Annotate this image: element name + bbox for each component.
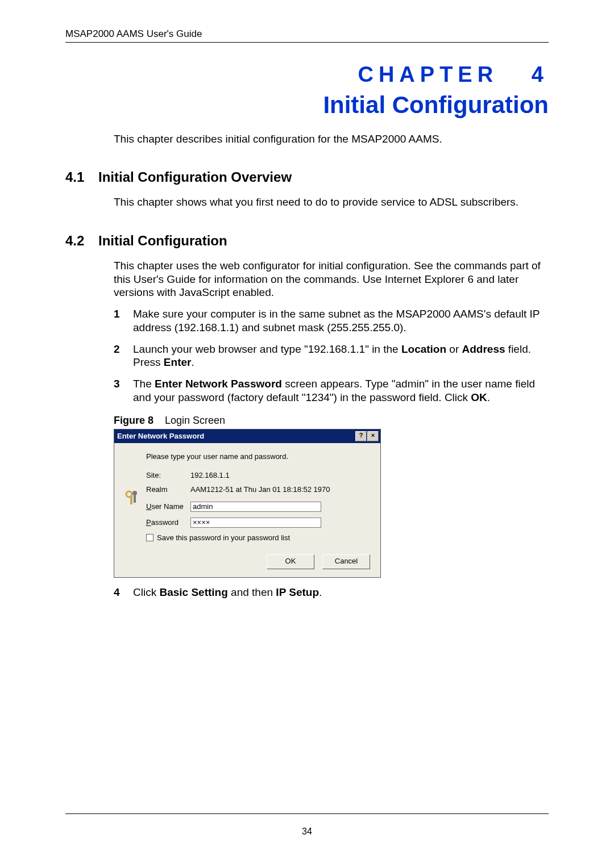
section-4-1-title: Initial Configuration Overview <box>98 169 292 185</box>
dialog-title: Enter Network Password <box>117 432 204 440</box>
section-4-2-title: Initial Configuration <box>98 233 227 248</box>
help-icon[interactable]: ? <box>355 431 367 441</box>
step-2-text: Launch your web browser and type "192.16… <box>127 343 543 370</box>
login-dialog: Enter Network Password ? × Please type y… <box>114 429 381 578</box>
cancel-button[interactable]: Cancel <box>322 554 370 569</box>
svg-point-2 <box>132 491 137 495</box>
step-list-continued: 4 Click Basic Setting and then IP Setup. <box>114 586 543 599</box>
section-4-2-number: 4.2 <box>65 233 98 249</box>
realm-value: AAM1212-51 at Thu Jan 01 18:18:52 1970 <box>190 485 330 494</box>
dialog-prompt: Please type your user name and password. <box>146 452 372 461</box>
running-header: MSAP2000 AAMS User's Guide <box>65 28 549 43</box>
section-4-1-number: 4.1 <box>65 169 98 185</box>
figure-title: Login Screen <box>165 415 225 426</box>
chapter-label: CHAPTER 4 <box>65 62 549 87</box>
step-3-number: 3 <box>114 377 127 404</box>
section-4-1-heading: 4.1Initial Configuration Overview <box>65 169 549 185</box>
chapter-number: 4 <box>532 62 549 86</box>
close-icon[interactable]: × <box>367 431 379 441</box>
step-4-text: Click Basic Setting and then IP Setup. <box>127 586 543 599</box>
step-1-number: 1 <box>114 307 127 335</box>
section-4-1-body: This chapter shows what you first need t… <box>114 195 543 209</box>
footer-rule <box>65 813 549 814</box>
chapter-intro: This chapter describes initial configura… <box>114 133 543 145</box>
step-1: 1 Make sure your computer is in the same… <box>114 307 543 335</box>
realm-label: Realm <box>146 485 190 494</box>
password-input[interactable] <box>190 518 321 528</box>
password-label: Password <box>146 518 190 527</box>
step-2-number: 2 <box>114 343 127 370</box>
step-1-text: Make sure your computer is in the same s… <box>127 307 543 335</box>
svg-rect-1 <box>130 495 132 504</box>
save-password-checkbox[interactable] <box>146 534 154 541</box>
step-2: 2 Launch your web browser and type "192.… <box>114 343 543 370</box>
page-number: 34 <box>0 827 614 837</box>
section-4-2-heading: 4.2Initial Configuration <box>65 233 549 249</box>
step-3: 3 The Enter Network Password screen appe… <box>114 377 543 404</box>
save-password-label: Save this password in your password list <box>157 533 290 542</box>
step-3-text: The Enter Network Password screen appear… <box>127 377 543 404</box>
chapter-title: Initial Configuration <box>65 91 549 119</box>
username-input[interactable] <box>190 502 321 512</box>
svg-rect-3 <box>134 495 136 503</box>
chapter-label-text: CHAPTER <box>358 62 498 86</box>
step-4-number: 4 <box>114 586 127 599</box>
step-list: 1 Make sure your computer is in the same… <box>114 307 543 404</box>
site-value: 192.168.1.1 <box>190 471 230 479</box>
figure-label: Figure 8 <box>114 415 154 426</box>
figure-8-caption: Figure 8 Login Screen <box>114 415 549 427</box>
section-4-2-body: This chapter uses the web configurator f… <box>114 259 543 299</box>
step-4: 4 Click Basic Setting and then IP Setup. <box>114 586 543 599</box>
dialog-titlebar: Enter Network Password ? × <box>114 429 380 443</box>
site-label: Site: <box>146 471 190 479</box>
username-label: User Name <box>146 502 190 511</box>
ok-button[interactable]: OK <box>267 554 314 569</box>
key-lock-icon <box>123 489 146 512</box>
